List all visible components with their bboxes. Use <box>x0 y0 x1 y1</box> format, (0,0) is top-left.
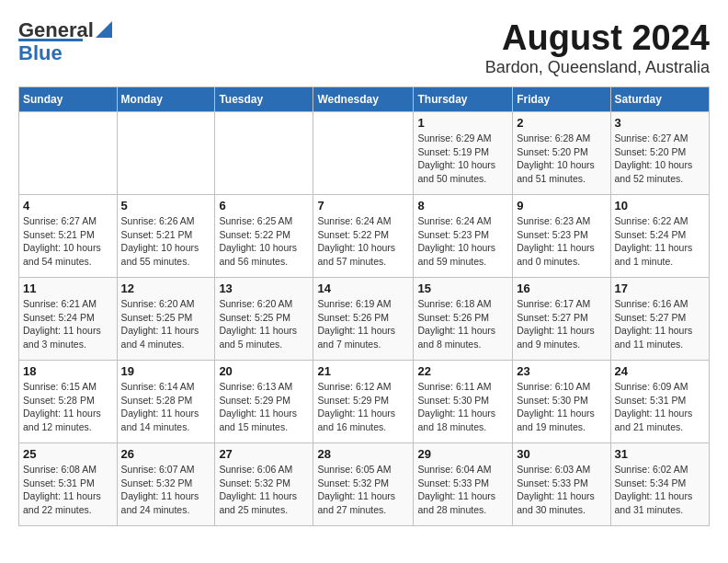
day-number: 31 <box>615 447 705 461</box>
calendar-cell: 10Sunrise: 6:22 AM Sunset: 5:24 PM Dayli… <box>610 195 709 278</box>
header-thursday: Thursday <box>414 87 513 112</box>
calendar-cell: 2Sunrise: 6:28 AM Sunset: 5:20 PM Daylig… <box>513 112 610 195</box>
day-number: 4 <box>23 199 113 213</box>
day-number: 5 <box>121 199 211 213</box>
calendar-cell <box>215 112 313 195</box>
header-monday: Monday <box>117 87 215 112</box>
calendar-cell: 30Sunrise: 6:03 AM Sunset: 5:33 PM Dayli… <box>513 443 610 526</box>
day-number: 14 <box>317 282 409 295</box>
day-number: 1 <box>417 116 508 130</box>
calendar-cell <box>117 112 215 195</box>
day-info: Sunrise: 6:29 AM Sunset: 5:19 PM Dayligh… <box>417 132 508 186</box>
day-number: 16 <box>517 282 606 295</box>
day-number: 12 <box>121 282 211 295</box>
day-info: Sunrise: 6:28 AM Sunset: 5:20 PM Dayligh… <box>517 132 606 186</box>
calendar-cell: 8Sunrise: 6:24 AM Sunset: 5:23 PM Daylig… <box>414 195 513 278</box>
calendar-cell: 22Sunrise: 6:11 AM Sunset: 5:30 PM Dayli… <box>414 361 513 443</box>
main-title: August 2024 <box>485 18 710 58</box>
calendar-week-4: 25Sunrise: 6:08 AM Sunset: 5:31 PM Dayli… <box>19 443 710 526</box>
day-number: 29 <box>417 447 508 461</box>
calendar-cell: 7Sunrise: 6:24 AM Sunset: 5:22 PM Daylig… <box>313 195 414 278</box>
day-info: Sunrise: 6:20 AM Sunset: 5:25 PM Dayligh… <box>219 297 309 351</box>
header-friday: Friday <box>513 87 610 112</box>
day-number: 7 <box>317 199 409 213</box>
day-number: 6 <box>219 199 309 213</box>
calendar-cell: 31Sunrise: 6:02 AM Sunset: 5:34 PM Dayli… <box>610 443 709 526</box>
day-info: Sunrise: 6:10 AM Sunset: 5:30 PM Dayligh… <box>517 380 606 434</box>
day-number: 22 <box>417 364 508 378</box>
day-info: Sunrise: 6:25 AM Sunset: 5:22 PM Dayligh… <box>219 214 309 269</box>
day-info: Sunrise: 6:02 AM Sunset: 5:34 PM Dayligh… <box>615 463 705 517</box>
calendar-cell: 5Sunrise: 6:26 AM Sunset: 5:21 PM Daylig… <box>117 195 215 278</box>
calendar-cell: 23Sunrise: 6:10 AM Sunset: 5:30 PM Dayli… <box>513 361 610 443</box>
header-wednesday: Wednesday <box>313 87 414 112</box>
calendar-cell: 9Sunrise: 6:23 AM Sunset: 5:23 PM Daylig… <box>513 195 610 278</box>
calendar-cell: 25Sunrise: 6:08 AM Sunset: 5:31 PM Dayli… <box>19 443 118 526</box>
calendar-header-row: SundayMondayTuesdayWednesdayThursdayFrid… <box>19 87 710 112</box>
day-info: Sunrise: 6:27 AM Sunset: 5:21 PM Dayligh… <box>23 214 113 269</box>
day-number: 25 <box>23 447 113 461</box>
calendar-cell: 14Sunrise: 6:19 AM Sunset: 5:26 PM Dayli… <box>313 278 414 361</box>
day-number: 13 <box>219 282 309 295</box>
calendar-cell: 4Sunrise: 6:27 AM Sunset: 5:21 PM Daylig… <box>19 195 118 278</box>
day-number: 2 <box>517 116 606 130</box>
calendar-cell: 16Sunrise: 6:17 AM Sunset: 5:27 PM Dayli… <box>513 278 610 361</box>
day-info: Sunrise: 6:18 AM Sunset: 5:26 PM Dayligh… <box>417 297 508 351</box>
calendar-week-2: 11Sunrise: 6:21 AM Sunset: 5:24 PM Dayli… <box>19 278 710 361</box>
day-number: 26 <box>121 447 211 461</box>
page-header: General Blue August 2024 Bardon, Queensl… <box>18 18 710 77</box>
calendar-cell: 27Sunrise: 6:06 AM Sunset: 5:32 PM Dayli… <box>215 443 313 526</box>
day-info: Sunrise: 6:14 AM Sunset: 5:28 PM Dayligh… <box>121 380 211 434</box>
calendar-cell: 26Sunrise: 6:07 AM Sunset: 5:32 PM Dayli… <box>117 443 215 526</box>
calendar-cell: 24Sunrise: 6:09 AM Sunset: 5:31 PM Dayli… <box>610 361 709 443</box>
header-tuesday: Tuesday <box>215 87 313 112</box>
day-info: Sunrise: 6:08 AM Sunset: 5:31 PM Dayligh… <box>23 463 113 517</box>
calendar-cell: 12Sunrise: 6:20 AM Sunset: 5:25 PM Dayli… <box>117 278 215 361</box>
calendar-cell <box>19 112 118 195</box>
day-number: 21 <box>317 364 409 378</box>
calendar-table: SundayMondayTuesdayWednesdayThursdayFrid… <box>18 86 710 526</box>
day-info: Sunrise: 6:05 AM Sunset: 5:32 PM Dayligh… <box>317 463 409 517</box>
day-info: Sunrise: 6:06 AM Sunset: 5:32 PM Dayligh… <box>219 463 309 517</box>
calendar-cell: 3Sunrise: 6:27 AM Sunset: 5:20 PM Daylig… <box>610 112 709 195</box>
svg-marker-0 <box>96 21 112 38</box>
day-info: Sunrise: 6:24 AM Sunset: 5:22 PM Dayligh… <box>317 214 409 269</box>
day-info: Sunrise: 6:13 AM Sunset: 5:29 PM Dayligh… <box>219 380 309 434</box>
day-number: 20 <box>219 364 309 378</box>
calendar-week-1: 4Sunrise: 6:27 AM Sunset: 5:21 PM Daylig… <box>19 195 710 278</box>
day-info: Sunrise: 6:22 AM Sunset: 5:24 PM Dayligh… <box>615 214 705 269</box>
calendar-cell: 29Sunrise: 6:04 AM Sunset: 5:33 PM Dayli… <box>414 443 513 526</box>
logo: General Blue <box>18 18 112 65</box>
day-info: Sunrise: 6:16 AM Sunset: 5:27 PM Dayligh… <box>615 297 705 351</box>
title-area: August 2024 Bardon, Queensland, Australi… <box>485 18 710 77</box>
day-number: 19 <box>121 364 211 378</box>
day-info: Sunrise: 6:19 AM Sunset: 5:26 PM Dayligh… <box>317 297 409 351</box>
calendar-week-3: 18Sunrise: 6:15 AM Sunset: 5:28 PM Dayli… <box>19 361 710 443</box>
calendar-week-0: 1Sunrise: 6:29 AM Sunset: 5:19 PM Daylig… <box>19 112 710 195</box>
day-info: Sunrise: 6:20 AM Sunset: 5:25 PM Dayligh… <box>121 297 211 351</box>
location-subtitle: Bardon, Queensland, Australia <box>485 58 710 77</box>
day-info: Sunrise: 6:24 AM Sunset: 5:23 PM Dayligh… <box>417 214 508 269</box>
day-info: Sunrise: 6:15 AM Sunset: 5:28 PM Dayligh… <box>23 380 113 434</box>
day-number: 24 <box>615 364 705 378</box>
calendar-cell: 13Sunrise: 6:20 AM Sunset: 5:25 PM Dayli… <box>215 278 313 361</box>
day-number: 28 <box>317 447 409 461</box>
day-info: Sunrise: 6:17 AM Sunset: 5:27 PM Dayligh… <box>517 297 606 351</box>
day-info: Sunrise: 6:03 AM Sunset: 5:33 PM Dayligh… <box>517 463 606 517</box>
day-number: 23 <box>517 364 606 378</box>
logo-triangle-icon <box>96 21 112 38</box>
day-number: 8 <box>417 199 508 213</box>
logo-blue-text: Blue <box>18 41 63 65</box>
day-info: Sunrise: 6:09 AM Sunset: 5:31 PM Dayligh… <box>615 380 705 434</box>
day-info: Sunrise: 6:11 AM Sunset: 5:30 PM Dayligh… <box>417 380 508 434</box>
day-info: Sunrise: 6:12 AM Sunset: 5:29 PM Dayligh… <box>317 380 409 434</box>
day-info: Sunrise: 6:23 AM Sunset: 5:23 PM Dayligh… <box>517 214 606 269</box>
calendar-cell: 19Sunrise: 6:14 AM Sunset: 5:28 PM Dayli… <box>117 361 215 443</box>
calendar-cell: 15Sunrise: 6:18 AM Sunset: 5:26 PM Dayli… <box>414 278 513 361</box>
day-number: 10 <box>615 199 705 213</box>
day-info: Sunrise: 6:21 AM Sunset: 5:24 PM Dayligh… <box>23 297 113 351</box>
day-number: 30 <box>517 447 606 461</box>
calendar-cell <box>313 112 414 195</box>
calendar-cell: 20Sunrise: 6:13 AM Sunset: 5:29 PM Dayli… <box>215 361 313 443</box>
calendar-cell: 18Sunrise: 6:15 AM Sunset: 5:28 PM Dayli… <box>19 361 118 443</box>
